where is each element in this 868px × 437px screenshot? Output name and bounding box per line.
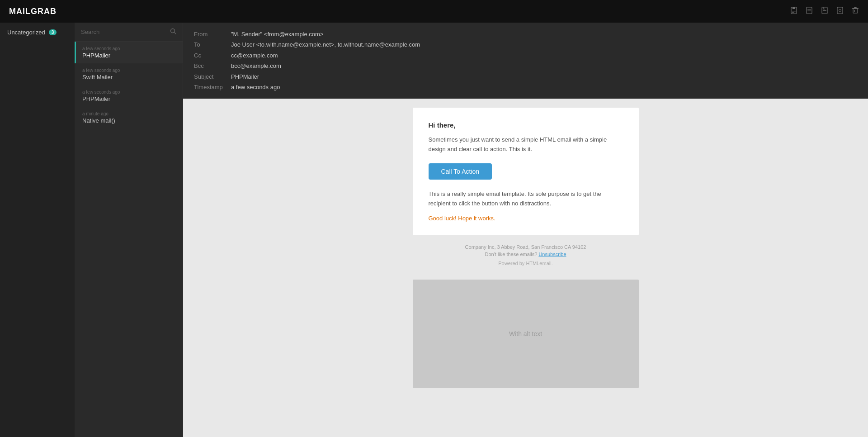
svg-rect-6 — [807, 11, 811, 11]
to-value: Joe User <to.with.name@example.net>, to.… — [231, 39, 420, 50]
footer-unsub-text: Don't like these emails? — [485, 252, 537, 257]
footer-unsub-link[interactable]: Unsubscribe — [538, 252, 566, 257]
from-value: "M. Sender" <from@example.com> — [231, 29, 324, 39]
list-item[interactable]: a few seconds ago Swift Mailer — [75, 63, 183, 85]
email-timestamp: a few seconds ago — [82, 90, 176, 95]
email-timestamp: a few seconds ago — [82, 68, 176, 73]
svg-rect-3 — [792, 12, 794, 13]
cta-button[interactable]: Call To Action — [429, 163, 492, 180]
from-label: From — [194, 29, 226, 39]
file-icon-3[interactable] — [836, 7, 844, 16]
bcc-value: bcc@example.com — [231, 61, 281, 71]
main-layout: Uncategorized 3 a few seconds ago PHPMai… — [0, 23, 868, 437]
svg-rect-7 — [807, 12, 810, 12]
email-header-to-row: To Joe User <to.with.name@example.net>, … — [194, 39, 857, 50]
timestamp-label: Timestamp — [194, 82, 226, 92]
delete-icon[interactable] — [852, 7, 859, 16]
search-bar — [75, 23, 183, 42]
email-list: a few seconds ago PHPMailer a few second… — [75, 23, 183, 437]
app-logo: MAILGRAB — [9, 7, 57, 16]
email-timestamp: a minute ago — [82, 111, 176, 116]
list-item[interactable]: a few seconds ago PHPMailer — [75, 85, 183, 107]
cc-value: cc@example.com — [231, 50, 278, 61]
email-image-placeholder: With alt text — [413, 280, 639, 388]
search-icon — [170, 28, 176, 36]
svg-rect-5 — [807, 10, 811, 10]
sidebar-category[interactable]: Uncategorized 3 — [0, 23, 75, 42]
sidebar-category-label: Uncategorized — [7, 29, 45, 36]
svg-rect-2 — [792, 11, 796, 11]
svg-rect-10 — [837, 7, 843, 14]
email-sender: Swift Mailer — [82, 74, 176, 81]
image-alt-text: With alt text — [509, 330, 542, 337]
svg-point-11 — [839, 10, 841, 12]
subject-label: Subject — [194, 71, 226, 82]
to-label: To — [194, 39, 226, 50]
email-sender: Native mail() — [82, 117, 176, 124]
email-header-cc-row: Cc cc@example.com — [194, 50, 857, 61]
email-header-bcc-row: Bcc bcc@example.com — [194, 61, 857, 71]
topbar: MAILGRAB — [0, 0, 868, 23]
email-header-subject-row: Subject PHPMailer — [194, 71, 857, 82]
email-paragraph-1: Sometimes you just want to send a simple… — [429, 135, 623, 154]
svg-rect-1 — [793, 7, 795, 9]
email-header: From "M. Sender" <from@example.com> To J… — [183, 23, 868, 99]
email-paragraph-2: This is a really simple email template. … — [429, 190, 623, 209]
svg-rect-9 — [823, 10, 826, 11]
footer-address: Company Inc, 3 Abbey Road, San Francisco… — [210, 244, 841, 250]
email-header-timestamp-row: Timestamp a few seconds ago — [194, 82, 857, 92]
list-item[interactable]: a minute ago Native mail() — [75, 107, 183, 128]
svg-line-18 — [175, 33, 176, 34]
file-icon-1[interactable] — [806, 7, 813, 16]
save-icon[interactable] — [790, 7, 797, 16]
email-sign-off: Good luck! Hope it works. — [429, 215, 623, 222]
cc-label: Cc — [194, 50, 226, 61]
content-area: From "M. Sender" <from@example.com> To J… — [183, 23, 868, 437]
email-card: Hi there, Sometimes you just want to sen… — [413, 108, 639, 235]
list-item[interactable]: a few seconds ago PHPMailer — [75, 42, 183, 63]
email-timestamp: a few seconds ago — [82, 46, 176, 51]
email-body: Hi there, Sometimes you just want to sen… — [183, 99, 868, 437]
svg-rect-4 — [807, 7, 812, 14]
email-greeting: Hi there, — [429, 121, 623, 129]
footer-unsub: Don't like these emails? Unsubscribe — [210, 252, 841, 257]
subject-value: PHPMailer — [231, 71, 259, 82]
svg-rect-12 — [853, 9, 858, 13]
email-header-from-row: From "M. Sender" <from@example.com> — [194, 29, 857, 39]
sidebar-badge: 3 — [49, 29, 57, 35]
email-sender: PHPMailer — [82, 95, 176, 102]
file-icon-2[interactable] — [821, 7, 828, 16]
bcc-label: Bcc — [194, 61, 226, 71]
email-footer: Company Inc, 3 Abbey Road, San Francisco… — [201, 235, 850, 275]
search-input[interactable] — [81, 28, 166, 35]
footer-powered: Powered by HTMLemail. — [210, 261, 841, 266]
email-sender: PHPMailer — [82, 52, 176, 59]
topbar-actions — [790, 7, 859, 16]
timestamp-value: a few seconds ago — [231, 82, 280, 92]
sidebar: Uncategorized 3 — [0, 23, 75, 437]
